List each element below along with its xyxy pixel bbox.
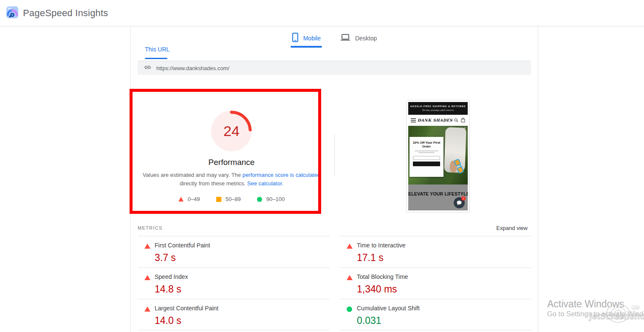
popup-submit-button bbox=[413, 162, 440, 166]
performance-score: 24 bbox=[206, 105, 257, 156]
tab-desktop[interactable]: Desktop bbox=[340, 26, 377, 50]
popup-email-input bbox=[413, 156, 440, 160]
metric-row-speed-index: Speed Index 14.8 s bbox=[138, 267, 330, 299]
tab-this-url[interactable]: This URL bbox=[145, 46, 169, 53]
legend-item-average: 50–89 bbox=[216, 196, 241, 202]
pass-circle-icon bbox=[257, 197, 262, 202]
score-calculation-link[interactable]: performance score is calculated bbox=[243, 172, 321, 178]
fail-triangle-icon bbox=[144, 244, 150, 249]
active-tab-underline bbox=[291, 46, 322, 48]
pass-circle-icon bbox=[347, 306, 352, 312]
fail-triangle-icon bbox=[347, 275, 353, 280]
thumb-navbar: DANK SHADES bbox=[408, 115, 468, 126]
device-tabs: Mobile Desktop bbox=[130, 26, 538, 50]
thumb-hero-image: ✕ 10% Off Your First Order bbox=[408, 126, 468, 184]
legend-range: 50–89 bbox=[226, 196, 241, 202]
metric-value: 14.8 s bbox=[155, 284, 330, 295]
search-icon bbox=[454, 116, 458, 124]
mobile-phone-icon bbox=[292, 32, 299, 44]
metric-row-tbt: Total Blocking Time 1,340 ms bbox=[340, 267, 531, 299]
tab-mobile-label: Mobile bbox=[303, 35, 321, 42]
legend-item-fail: 0–49 bbox=[178, 196, 200, 202]
link-icon bbox=[144, 64, 151, 73]
metrics-column-right: Time to Interactive 17.1 s Total Blockin… bbox=[340, 236, 531, 330]
thumb-banner-line1: HASSLE-FREE SHIPPING & RETURNS bbox=[408, 102, 468, 108]
metric-row-tti: Time to Interactive 17.1 s bbox=[340, 236, 531, 267]
thumb-footer-section: ELEVATE YOUR LIFESTYLE 1 bbox=[408, 184, 468, 210]
metric-value: 1,340 ms bbox=[357, 284, 531, 295]
thumb-hero-caption: ELEVATE YOUR LIFESTYLE bbox=[408, 191, 468, 196]
metric-row-fcp: First Contentful Paint 3.7 s bbox=[138, 236, 330, 267]
jetscreenshot-tld-tag: .com bbox=[632, 306, 639, 309]
metrics-column-left: First Contentful Paint 3.7 s Speed Index… bbox=[138, 236, 330, 330]
thumb-announcement-bar: HASSLE-FREE SHIPPING & RETURNS 30-day po… bbox=[408, 102, 468, 115]
metric-value: 3.7 s bbox=[155, 252, 330, 264]
legend-range: 0–49 bbox=[188, 196, 200, 202]
desktop-laptop-icon bbox=[340, 33, 350, 43]
thumb-banner-line2: 30-day postage paid returns bbox=[408, 109, 468, 111]
thumb-nav-icons bbox=[454, 116, 465, 124]
fail-triangle-icon bbox=[178, 197, 184, 201]
tab-desktop-label: Desktop bbox=[355, 35, 377, 42]
chat-notification-badge: 1 bbox=[461, 196, 466, 201]
fail-triangle-icon bbox=[144, 275, 150, 280]
score-disclaimer: Values are estimated and may vary. The p… bbox=[141, 171, 322, 188]
popup-fine-print bbox=[418, 152, 435, 153]
fail-triangle-icon bbox=[347, 244, 353, 249]
hamburger-menu-icon bbox=[411, 118, 416, 122]
chat-bubble-icon: 1 bbox=[454, 197, 465, 208]
fail-triangle-icon bbox=[144, 306, 150, 312]
popup-title: 10% Off Your First Order bbox=[410, 141, 443, 148]
tab-mobile[interactable]: Mobile bbox=[292, 26, 321, 50]
analyzed-url[interactable]: https://www.dankshades.com/ bbox=[156, 65, 229, 71]
popup-fine-print bbox=[415, 150, 438, 151]
expand-view-button[interactable]: Expand view bbox=[496, 225, 528, 231]
performance-gauge: 24 bbox=[206, 105, 257, 156]
page-title: PageSpeed Insights bbox=[23, 8, 108, 19]
metric-value: 0.031 bbox=[357, 315, 531, 326]
performance-label: Performance bbox=[140, 158, 323, 167]
metric-label: Speed Index bbox=[155, 273, 330, 280]
thumb-discount-popup: 10% Off Your First Order bbox=[410, 137, 443, 177]
disclaimer-text: directly from these metrics. bbox=[180, 180, 247, 187]
metric-row-lcp: Largest Contentful Paint 14.0 s bbox=[138, 299, 330, 330]
metric-label: Time to Interactive bbox=[357, 242, 531, 249]
site-screenshot: HASSLE-FREE SHIPPING & RETURNS 30-day po… bbox=[408, 102, 468, 210]
disclaimer-text: Values are estimated and may vary. The bbox=[143, 172, 243, 178]
metric-label: Largest Contentful Paint bbox=[155, 305, 330, 312]
site-screenshot-thumbnail[interactable]: HASSLE-FREE SHIPPING & RETURNS 30-day po… bbox=[406, 100, 470, 213]
url-bar: https://www.dankshades.com/ bbox=[138, 61, 531, 75]
pagespeed-logo-icon bbox=[6, 6, 19, 20]
legend-item-pass: 90–100 bbox=[257, 196, 285, 202]
popup-close-icon: ✕ bbox=[463, 127, 466, 130]
metric-value: 14.0 s bbox=[155, 315, 330, 326]
see-calculator-link[interactable]: See calculator. bbox=[247, 180, 283, 187]
this-url-underline bbox=[145, 58, 167, 59]
metric-label: First Contentful Paint bbox=[155, 242, 330, 249]
metric-label: Cumulative Layout Shift bbox=[357, 305, 531, 312]
metric-value: 17.1 s bbox=[357, 252, 531, 264]
metric-row-cls: Cumulative Layout Shift 0.031 bbox=[340, 299, 531, 330]
legend-range: 90–100 bbox=[266, 196, 285, 202]
vertical-divider bbox=[334, 135, 335, 176]
shopping-bag-icon bbox=[461, 116, 465, 124]
metric-label: Total Blocking Time bbox=[357, 273, 531, 280]
app-header: PageSpeed Insights bbox=[0, 0, 644, 26]
score-legend: 0–49 50–89 90–100 bbox=[140, 196, 323, 202]
thumb-brand-logo: DANK SHADES bbox=[418, 118, 453, 122]
jetscreenshot-watermark: jetScreenshot bbox=[590, 312, 644, 321]
metrics-section-label: METRICS bbox=[138, 225, 163, 230]
average-square-icon bbox=[216, 197, 221, 202]
